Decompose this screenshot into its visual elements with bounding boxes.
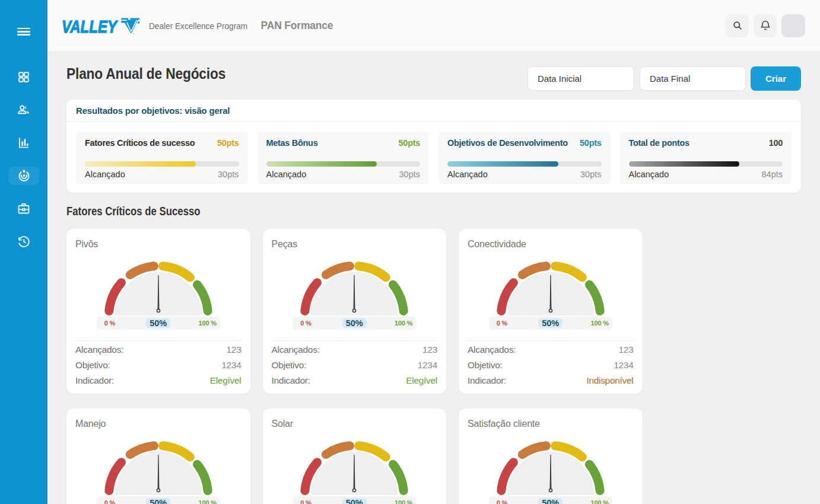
svg-text:VALLEY: VALLEY xyxy=(62,17,118,36)
